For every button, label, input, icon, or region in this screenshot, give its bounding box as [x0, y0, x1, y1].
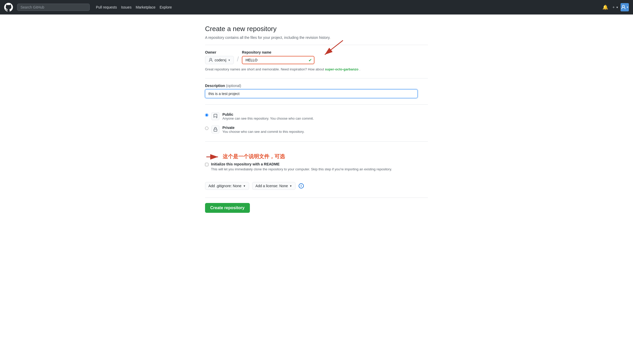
gitignore-dropdown[interactable]: Add .gitignore: None ▼: [205, 182, 249, 190]
private-radio-content: Private You choose who can see and commi…: [222, 126, 305, 134]
readme-checkbox-title: Initialize this repository with a README: [211, 162, 392, 166]
avatar[interactable]: ▼: [621, 3, 629, 11]
gitignore-label: Add .gitignore: None: [208, 184, 242, 188]
private-radio-desc: You choose who can see and commit to thi…: [222, 130, 305, 134]
arrow-svg: [317, 38, 348, 59]
plus-icon: ＋: [612, 5, 615, 10]
readme-checkbox-desc: This will let you immediately clone the …: [211, 167, 392, 172]
annotation-area: 这个是一个说明文件，可选: [205, 153, 428, 161]
bottom-divider: [205, 198, 428, 198]
annotation-row: 这个是一个说明文件，可选: [205, 153, 428, 161]
page-title: Create a new repository: [205, 25, 428, 33]
info-icon[interactable]: i: [299, 183, 304, 188]
public-radio-title: Public: [222, 112, 314, 117]
readme-checkbox[interactable]: [205, 163, 208, 166]
readme-checkbox-option: Initialize this repository with a README…: [205, 162, 428, 172]
private-radio-option: Private You choose who can see and commi…: [205, 123, 428, 136]
annotation-text: 这个是一个说明文件，可选: [223, 153, 285, 160]
public-radio-desc: Anyone can see this repository. You choo…: [222, 117, 314, 120]
avatar-chevron: ▼: [627, 6, 629, 9]
github-logo[interactable]: [4, 3, 13, 12]
search-input[interactable]: [17, 4, 90, 11]
marketplace-link[interactable]: Marketplace: [136, 5, 155, 9]
page-subtitle: A repository contains all the files for …: [205, 35, 428, 40]
navbar-links: Pull requests Issues Marketplace Explore: [96, 5, 172, 9]
top-divider: [205, 45, 428, 45]
repo-name-input[interactable]: [242, 56, 314, 64]
name-suggestion-link[interactable]: super-octo-garbanzo: [325, 67, 358, 71]
private-radio[interactable]: [205, 127, 208, 130]
repo-name-label: Repository name: [242, 50, 314, 54]
visibility-divider: [205, 141, 428, 142]
desc-divider: [205, 104, 428, 105]
annotation-arrow-container: [205, 153, 221, 161]
navbar-right: 🔔 ＋ ▼ ▼: [601, 3, 629, 11]
owner-label: Owner: [205, 50, 234, 54]
svg-line-1: [325, 40, 343, 55]
navbar: Pull requests Issues Marketplace Explore…: [0, 0, 633, 14]
owner-field-group: Owner coderxj ▼: [205, 50, 234, 64]
visibility-section: Public Anyone can see this repository. Y…: [205, 110, 428, 136]
owner-select[interactable]: coderxj ▼: [205, 56, 234, 64]
mid-divider: [205, 78, 428, 78]
public-radio[interactable]: [205, 113, 208, 117]
issues-link[interactable]: Issues: [121, 5, 131, 9]
pull-requests-link[interactable]: Pull requests: [96, 5, 117, 9]
repo-name-field-group: Repository name ✔: [242, 50, 314, 64]
public-radio-option: Public Anyone can see this repository. Y…: [205, 110, 428, 123]
license-chevron-icon: ▼: [290, 185, 292, 187]
repo-name-container: ✔: [242, 56, 314, 64]
description-optional: (optional): [226, 84, 241, 88]
dropdowns-row: Add .gitignore: None ▼ Add a license: No…: [205, 182, 428, 190]
owner-value: coderxj: [215, 58, 226, 62]
plus-chevron-icon: ▼: [616, 6, 618, 9]
public-radio-content: Public Anyone can see this repository. Y…: [222, 112, 314, 120]
slash-divider: /: [236, 55, 240, 63]
private-radio-title: Private: [222, 126, 305, 130]
readme-checkbox-content: Initialize this repository with a README…: [211, 162, 392, 172]
annotation-arrow-svg: [205, 153, 221, 161]
description-input[interactable]: [205, 89, 418, 98]
description-section: Description (optional): [205, 84, 428, 98]
checkmark-icon: ✔: [308, 58, 312, 63]
explore-link[interactable]: Explore: [160, 5, 172, 9]
plus-button[interactable]: ＋ ▼: [612, 5, 618, 10]
description-label: Description (optional): [205, 84, 428, 88]
create-repository-button[interactable]: Create repository: [205, 203, 250, 213]
owner-icon: [208, 58, 213, 62]
main-content: Create a new repository A repository con…: [200, 14, 433, 228]
private-icon: [212, 126, 219, 133]
notification-button[interactable]: 🔔: [601, 3, 610, 11]
name-help-text: Great repository names are short and mem…: [205, 67, 428, 72]
red-arrow-annotation: [317, 38, 348, 59]
public-icon: [212, 112, 219, 120]
readme-section: 这个是一个说明文件，可选 Initialize this repository …: [205, 147, 428, 177]
owner-repo-row: Owner coderxj ▼ / Repository name ✔: [205, 50, 428, 64]
gitignore-chevron-icon: ▼: [243, 185, 246, 187]
license-dropdown[interactable]: Add a license: None ▼: [252, 182, 296, 190]
owner-chevron-icon: ▼: [228, 59, 230, 62]
repo-name-annotation-container: ✔: [242, 56, 314, 64]
license-label: Add a license: None: [256, 184, 288, 188]
